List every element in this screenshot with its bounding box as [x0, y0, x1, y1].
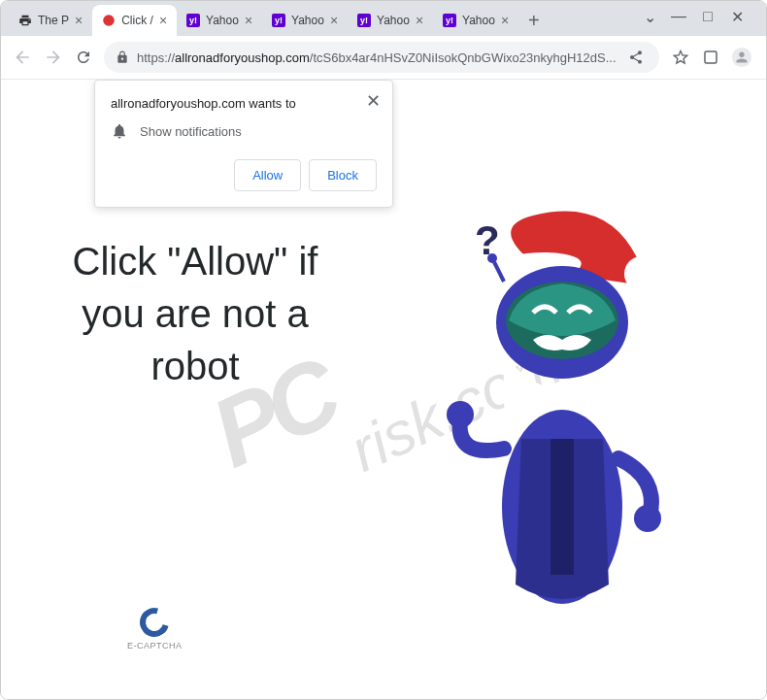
window-dropdown-icon[interactable]: ⌄ [643, 10, 656, 23]
tab-close-icon[interactable]: × [501, 13, 509, 28]
svg-point-10 [447, 401, 474, 428]
new-tab-button[interactable]: + [518, 6, 550, 36]
svg-point-5 [624, 256, 659, 291]
menu-dots-icon[interactable] [764, 46, 767, 69]
main-instruction: Click "Allow" if you are not a robot [59, 235, 331, 392]
svg-rect-1 [705, 51, 717, 63]
allow-button[interactable]: Allow [234, 159, 301, 191]
star-bookmark-icon[interactable] [671, 46, 690, 69]
robot-favicon-icon [102, 14, 116, 27]
address-bar[interactable]: https://allronadforyoushop.com/tcS6bx4ar… [104, 42, 659, 73]
tab-title: Yahoo [377, 14, 410, 27]
lock-icon [116, 50, 129, 64]
yahoo-favicon-icon: y! [186, 14, 200, 27]
tab-title: The P [38, 14, 69, 27]
tab-title: Click / [121, 14, 153, 27]
tab-close-icon[interactable]: × [416, 13, 423, 28]
captcha-logo-icon [135, 603, 175, 643]
reload-button[interactable] [75, 46, 92, 69]
captcha-badge: E-CAPTCHA [127, 608, 183, 650]
captcha-label: E-CAPTCHA [127, 641, 183, 650]
tab-close-icon[interactable]: × [330, 13, 338, 28]
bell-icon [111, 122, 128, 140]
tab-the-p[interactable]: The P × [9, 5, 92, 36]
svg-point-13 [487, 253, 497, 263]
robot-santa-illustration: ? [436, 196, 708, 623]
svg-rect-9 [550, 439, 574, 575]
forward-button[interactable] [44, 46, 63, 69]
toolbar: https://allronadforyoushop.com/tcS6bx4ar… [1, 36, 766, 80]
tab-yahoo-3[interactable]: y! Yahoo × [348, 5, 433, 36]
url-text: https://allronadforyoushop.com/tcS6bx4ar… [137, 50, 617, 65]
share-icon[interactable] [624, 46, 648, 69]
tab-yahoo-2[interactable]: y! Yahoo × [262, 5, 348, 36]
window-minimize-icon[interactable]: — [672, 10, 685, 23]
yahoo-favicon-icon: y! [272, 14, 285, 27]
window-maximize-icon[interactable]: □ [701, 10, 715, 23]
extensions-icon[interactable] [702, 46, 719, 69]
tab-title: Yahoo [462, 14, 495, 27]
profile-avatar-icon[interactable] [731, 46, 752, 69]
tab-close-icon[interactable]: × [75, 13, 83, 28]
page-content: PC risk.com ✕ allronadforyoushop.com wan… [1, 80, 766, 699]
window-close-icon[interactable]: ✕ [730, 10, 744, 23]
tab-title: Yahoo [206, 14, 239, 27]
popup-message: Show notifications [140, 124, 242, 139]
tab-close-icon[interactable]: × [245, 13, 252, 28]
tab-click-allow[interactable]: Click / × [92, 5, 177, 36]
tab-title: Yahoo [291, 14, 324, 27]
block-button[interactable]: Block [309, 159, 377, 191]
yahoo-favicon-icon: y! [443, 14, 456, 27]
back-button[interactable] [13, 46, 32, 69]
tab-close-icon[interactable]: × [159, 13, 167, 28]
svg-point-11 [634, 505, 661, 532]
popup-close-icon[interactable]: ✕ [366, 92, 381, 110]
yahoo-favicon-icon: y! [357, 14, 371, 27]
tab-yahoo-1[interactable]: y! Yahoo × [177, 5, 262, 36]
notification-permission-popup: ✕ allronadforyoushop.com wants to Show n… [94, 80, 393, 208]
tab-yahoo-4[interactable]: y! Yahoo × [433, 5, 518, 36]
svg-point-0 [103, 15, 115, 26]
tab-bar: ⌄ — □ ✕ The P × Click / × y! Yahoo × y! … [1, 1, 766, 36]
printer-icon [18, 14, 32, 27]
popup-origin-text: allronadforyoushop.com wants to [111, 96, 377, 111]
click-allow-text: Click "Allow" if you are not a robot [59, 235, 331, 392]
